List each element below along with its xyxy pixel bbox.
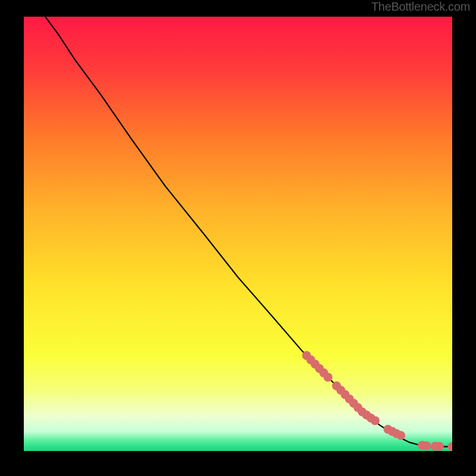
highlighted-point [435, 442, 444, 451]
chart-plot-area [24, 17, 452, 451]
chart-svg [24, 17, 452, 451]
highlighted-point [422, 441, 431, 450]
highlighted-point [324, 372, 333, 381]
highlighted-point [396, 431, 405, 440]
chart-background [24, 17, 452, 451]
chart-frame: TheBottleneck.com [0, 0, 476, 476]
attribution-watermark: TheBottleneck.com [371, 0, 470, 14]
highlighted-point [371, 416, 380, 425]
